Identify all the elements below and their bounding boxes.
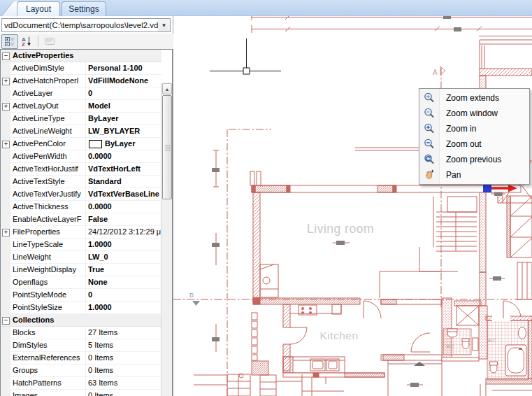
property-value-text: 1.0000 <box>88 240 112 248</box>
scroll-up-button[interactable]: ▲ <box>162 83 172 94</box>
combo-dropdown-icon[interactable]: ▼ <box>158 19 170 31</box>
alphabetical-sort-button[interactable]: A Z <box>18 34 35 49</box>
menu-item-pan[interactable]: Pan <box>419 167 529 183</box>
properties-panel: vdDocument(C:\temp\sarropoulos\level2.vd… <box>0 16 173 396</box>
property-row-ActiveTextVerJustify[interactable]: ActiveTextVerJustifyVdTextVerBaseLine <box>1 188 161 201</box>
property-row-ActiveLayOut[interactable]: +ActiveLayOutModel <box>1 100 161 113</box>
drawing-canvas[interactable]: A B Living room Kitchen W.C W.C. X Y <box>173 16 532 396</box>
property-value[interactable]: VdFillModeNone <box>86 75 161 87</box>
menu-item-zoom-extends[interactable]: Zoom extends <box>419 90 529 106</box>
row-gutter <box>1 327 10 339</box>
tab-strip: LayoutSettings <box>0 0 532 16</box>
property-value[interactable]: Personal 1-100 <box>86 62 161 74</box>
expand-plus-icon[interactable]: + <box>2 78 10 85</box>
floorplan-svg: A B Living room Kitchen W.C W.C. X Y <box>173 16 532 396</box>
property-value[interactable]: VdTextVerBaseLine <box>86 188 161 200</box>
property-grid[interactable]: −ActivePropertiesActiveDimStylePersonal … <box>0 49 173 396</box>
property-value[interactable]: Model <box>86 100 161 112</box>
property-value[interactable]: Standard <box>86 176 161 188</box>
property-row-Openflags[interactable]: OpenflagsNone <box>1 276 161 289</box>
tab-layout[interactable]: Layout <box>17 1 60 16</box>
expand-plus-icon[interactable]: + <box>2 103 10 111</box>
property-row-LineTypeScale[interactable]: LineTypeScale1.0000 <box>1 239 161 251</box>
tab-settings[interactable]: Settings <box>62 1 106 16</box>
menu-item-zoom-in[interactable]: Zoom in <box>419 121 529 136</box>
property-value[interactable]: LW_0 <box>86 251 161 263</box>
property-row-FileProperties[interactable]: +FileProperties24/12/2012 3:12:29 μμ <box>1 226 161 239</box>
property-value[interactable]: 0 Items <box>86 390 161 396</box>
property-value[interactable]: True <box>86 264 161 276</box>
property-value[interactable]: 5 Items <box>86 339 161 351</box>
property-row-ActiveHatchProperl[interactable]: +ActiveHatchProperlVdFillModeNone <box>1 75 161 87</box>
property-row-Groups[interactable]: Groups0 Items <box>1 365 161 377</box>
category-row-collections[interactable]: −Collections <box>1 314 161 327</box>
property-name: LineWeightDisplay <box>10 264 86 276</box>
property-value-text: 5 Items <box>88 341 113 349</box>
section-marker-b: B <box>189 292 194 299</box>
property-value[interactable]: None <box>86 276 161 288</box>
property-value[interactable]: 0 <box>86 87 161 99</box>
property-row-LineWeight[interactable]: LineWeightLW_0 <box>1 251 161 264</box>
property-value[interactable]: 0.0000 <box>86 201 161 213</box>
property-value[interactable]: 27 Items <box>86 327 161 339</box>
category-row-activeproperties[interactable]: −ActiveProperties <box>1 50 161 62</box>
categorized-button[interactable] <box>1 34 18 49</box>
document-selector-combobox[interactable]: vdDocument(C:\temp\sarropoulos\level2.vd… <box>1 18 171 32</box>
menu-item-zoom-window[interactable]: Zoom window <box>419 106 529 121</box>
property-row-ActiveLayer[interactable]: ActiveLayer0 <box>1 87 161 100</box>
zoom-context-menu: Zoom extendsZoom windowZoom inZoom outZo… <box>419 88 530 185</box>
menu-item-label: Zoom window <box>439 108 498 118</box>
document-selector-value: vdDocument(C:\temp\sarropoulos\level2.vd… <box>2 21 158 29</box>
property-value[interactable]: ByLayer <box>86 113 161 125</box>
vertical-scrollbar[interactable]: ▲ ▼ <box>161 83 172 396</box>
property-row-DimStyles[interactable]: DimStyles5 Items <box>1 339 161 352</box>
property-value-text: 27 Items <box>88 328 117 337</box>
property-value[interactable]: 0 Items <box>86 352 161 364</box>
property-row-ActiveDimStyle[interactable]: ActiveDimStylePersonal 1-100 <box>1 62 161 75</box>
menu-item-zoom-previous[interactable]: Zoom previous <box>419 152 529 167</box>
property-value[interactable]: LW_BYLAYER <box>86 125 161 137</box>
pen-color-swatch <box>89 140 102 148</box>
property-row-ActiveTextStyle[interactable]: ActiveTextStyleStandard <box>1 176 161 188</box>
property-value[interactable]: 24/12/2012 3:12:29 μμ <box>86 226 161 238</box>
property-value[interactable]: 0 <box>86 289 161 301</box>
zoom-window-icon <box>419 108 439 119</box>
property-value[interactable]: 0.0000 <box>86 150 161 162</box>
property-row-ActiveTextHorJustif[interactable]: ActiveTextHorJustifVdTextHorLeft <box>1 163 161 176</box>
row-gutter <box>1 251 10 263</box>
expand-plus-icon[interactable]: + <box>2 141 10 148</box>
property-row-Images[interactable]: Images0 Items <box>1 390 161 396</box>
property-value[interactable]: 1.0000 <box>86 302 161 313</box>
property-row-ActivePenWidth[interactable]: ActivePenWidth0.0000 <box>1 150 161 163</box>
property-row-ActiveThickness[interactable]: ActiveThickness0.0000 <box>1 201 161 213</box>
row-gutter <box>1 113 10 125</box>
property-value[interactable]: 0 Items <box>86 365 161 376</box>
property-value[interactable]: VdTextHorLeft <box>86 163 161 175</box>
property-row-PointStyleSize[interactable]: PointStyleSize1.0000 <box>1 302 161 314</box>
property-row-Blocks[interactable]: Blocks27 Items <box>1 327 161 339</box>
property-row-PointStyleMode[interactable]: PointStyleMode0 <box>1 289 161 302</box>
expand-plus-icon[interactable]: + <box>2 229 10 236</box>
property-row-ActivePenColor[interactable]: +ActivePenColorByLayer <box>1 138 161 150</box>
property-name: ActiveDimStyle <box>10 62 86 74</box>
row-gutter: + <box>1 138 10 150</box>
property-row-ActiveLineWeight[interactable]: ActiveLineWeightLW_BYLAYER <box>1 125 161 138</box>
property-pages-button[interactable] <box>41 34 58 49</box>
property-value[interactable]: ByLayer <box>86 138 161 150</box>
property-value[interactable]: 1.0000 <box>86 239 161 250</box>
property-row-EnableActiveLayerF[interactable]: EnableActiveLayerFFalse <box>1 213 161 226</box>
row-gutter <box>1 390 10 396</box>
property-row-HatchPatterns[interactable]: HatchPatterns63 Items <box>1 377 161 390</box>
collapse-minus-icon[interactable]: − <box>2 52 10 60</box>
row-gutter <box>1 213 10 225</box>
collapse-minus-icon[interactable]: − <box>2 317 10 325</box>
property-value[interactable]: False <box>86 213 161 225</box>
property-row-ActiveLineType[interactable]: ActiveLineTypeByLayer <box>1 113 161 125</box>
zoom-extends-icon <box>419 92 439 104</box>
property-value[interactable]: 63 Items <box>86 377 161 389</box>
property-row-LineWeightDisplay[interactable]: LineWeightDisplayTrue <box>1 264 161 276</box>
scrollbar-thumb[interactable] <box>162 95 172 199</box>
property-row-ExternalReferences[interactable]: ExternalReferences0 Items <box>1 352 161 365</box>
property-value-text: 0 <box>88 290 92 299</box>
menu-item-zoom-out[interactable]: Zoom out <box>419 136 529 152</box>
